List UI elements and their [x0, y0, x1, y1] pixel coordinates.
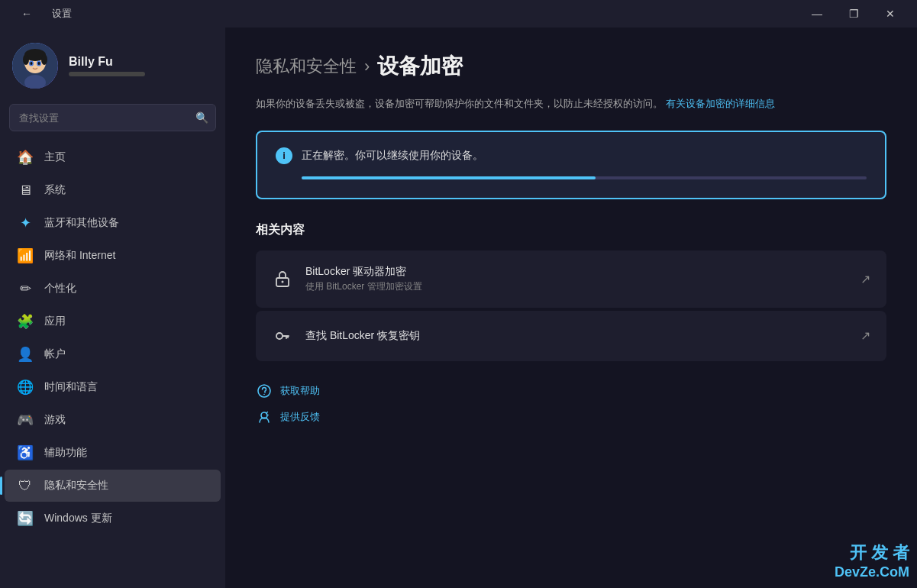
sidebar-item-apps-label: 应用	[44, 315, 66, 328]
page-description: 如果你的设备丢失或被盗，设备加密可帮助保护你的文件和文件夹，以防止未经授权的访问…	[256, 96, 886, 112]
bitlocker-icon	[272, 268, 293, 289]
windows-update-icon: 🔄	[17, 510, 34, 527]
bitlocker-external-icon: ↗	[860, 272, 870, 286]
footer-links: 获取帮助 提供反馈	[256, 383, 886, 425]
search-box: 🔍	[9, 104, 216, 131]
breadcrumb-parent: 隐私和安全性	[256, 55, 357, 78]
app-container: Billy Fu 🔍 🏠 主页 🖥 系统 ✦ 蓝牙和其他设备 📶	[0, 27, 917, 588]
search-icon: 🔍	[195, 111, 208, 124]
svg-point-9	[38, 62, 40, 65]
watermark-line1: 开 发 者	[835, 541, 909, 564]
sidebar-item-windows-update[interactable]: 🔄 Windows 更新	[5, 502, 221, 535]
sidebar-item-accessibility[interactable]: ♿ 辅助功能	[5, 437, 221, 469]
breadcrumb-separator: ›	[364, 57, 370, 76]
sidebar-item-personalization-label: 个性化	[44, 282, 76, 296]
progress-bar-background	[302, 176, 867, 179]
bluetooth-icon: ✦	[17, 215, 34, 231]
titlebar-left: ← 设置	[9, 2, 72, 26]
accessibility-icon: ♿	[17, 444, 34, 461]
sidebar-item-time[interactable]: 🌐 时间和语言	[5, 371, 221, 403]
nav-list: 🏠 主页 🖥 系统 ✦ 蓝牙和其他设备 📶 网络和 Internet ✏ 个性化…	[0, 137, 225, 588]
bitlocker-content: BitLocker 驱动器加密 使用 BitLocker 管理加密设置	[305, 265, 848, 293]
sidebar-item-time-label: 时间和语言	[44, 380, 98, 394]
svg-point-14	[263, 393, 265, 395]
apps-icon: 🧩	[17, 313, 34, 330]
svg-point-11	[282, 281, 284, 283]
svg-point-5	[41, 54, 47, 65]
breadcrumb-current: 设备加密	[377, 52, 463, 81]
progress-bar-fill	[302, 176, 596, 179]
related-item-recovery[interactable]: 查找 BitLocker 恢复密钥 ↗	[256, 311, 886, 361]
minimize-button[interactable]: —	[799, 2, 835, 26]
sidebar-item-home-label: 主页	[44, 150, 66, 164]
maximize-button[interactable]: ❐	[836, 2, 871, 26]
related-section-title: 相关内容	[256, 222, 886, 238]
recovery-title: 查找 BitLocker 恢复密钥	[305, 329, 848, 343]
sidebar-item-network[interactable]: 📶 网络和 Internet	[5, 240, 221, 272]
personalization-icon: ✏	[17, 280, 34, 297]
sidebar-item-accessibility-label: 辅助功能	[44, 446, 87, 460]
help-icon	[256, 383, 273, 399]
bitlocker-title: BitLocker 驱动器加密	[305, 265, 848, 279]
svg-point-4	[23, 54, 29, 65]
svg-point-12	[276, 333, 283, 339]
watermark-line2: DevZe.CoM	[835, 564, 909, 580]
sidebar-item-bluetooth[interactable]: ✦ 蓝牙和其他设备	[5, 207, 221, 239]
user-name: Billy Fu	[69, 55, 145, 69]
sidebar-item-personalization[interactable]: ✏ 个性化	[5, 273, 221, 305]
sidebar-item-network-label: 网络和 Internet	[44, 249, 115, 263]
sidebar-item-bluetooth-label: 蓝牙和其他设备	[44, 216, 119, 230]
titlebar: ← 设置 — ❐ ✕	[0, 0, 917, 27]
info-icon: i	[276, 147, 292, 164]
sidebar-item-windows-update-label: Windows 更新	[44, 512, 112, 525]
sidebar-item-accounts[interactable]: 👤 帐户	[5, 338, 221, 370]
sidebar-item-system[interactable]: 🖥 系统	[5, 174, 221, 206]
user-profile: Billy Fu	[0, 27, 225, 101]
user-info: Billy Fu	[69, 55, 145, 76]
user-bar	[69, 72, 145, 76]
sidebar-item-gaming-label: 游戏	[44, 413, 66, 427]
breadcrumb: 隐私和安全性 › 设备加密	[256, 52, 886, 81]
gaming-icon: 🎮	[17, 412, 34, 428]
status-card: i 正在解密。你可以继续使用你的设备。	[256, 131, 886, 199]
feedback-icon	[256, 409, 273, 425]
network-icon: 📶	[17, 247, 34, 264]
svg-point-8	[31, 62, 33, 65]
time-icon: 🌐	[17, 379, 34, 396]
sidebar-item-accounts-label: 帐户	[44, 347, 66, 361]
recovery-external-icon: ↗	[860, 328, 870, 343]
related-item-bitlocker[interactable]: BitLocker 驱动器加密 使用 BitLocker 管理加密设置 ↗	[256, 250, 886, 308]
sidebar: Billy Fu 🔍 🏠 主页 🖥 系统 ✦ 蓝牙和其他设备 📶	[0, 27, 225, 588]
search-input[interactable]	[9, 104, 216, 131]
status-card-top: i 正在解密。你可以继续使用你的设备。	[276, 147, 867, 164]
sidebar-item-system-label: 系统	[44, 183, 66, 197]
avatar	[12, 43, 58, 89]
titlebar-controls: — ❐ ✕	[799, 2, 908, 26]
svg-point-13	[258, 385, 270, 397]
sidebar-item-privacy[interactable]: 🛡 隐私和安全性	[5, 470, 221, 502]
status-text: 正在解密。你可以继续使用你的设备。	[302, 149, 483, 163]
accounts-icon: 👤	[17, 346, 34, 363]
sidebar-item-apps[interactable]: 🧩 应用	[5, 305, 221, 338]
recovery-content: 查找 BitLocker 恢复密钥	[305, 329, 848, 343]
feedback-link[interactable]: 提供反馈	[256, 409, 886, 425]
get-help-link[interactable]: 获取帮助	[256, 383, 886, 399]
sidebar-item-gaming[interactable]: 🎮 游戏	[5, 404, 221, 436]
watermark: 开 发 者 DevZe.CoM	[835, 541, 909, 580]
recovery-icon	[272, 325, 293, 347]
privacy-icon: 🛡	[17, 477, 34, 494]
bitlocker-subtitle: 使用 BitLocker 管理加密设置	[305, 280, 848, 293]
system-icon: 🖥	[17, 182, 34, 199]
titlebar-title: 设置	[52, 7, 72, 21]
close-button[interactable]: ✕	[873, 2, 908, 26]
home-icon: 🏠	[17, 149, 34, 166]
learn-more-link[interactable]: 有关设备加密的详细信息	[666, 98, 775, 109]
back-button[interactable]: ←	[9, 2, 44, 26]
main-content: 隐私和安全性 › 设备加密 如果你的设备丢失或被盗，设备加密可帮助保护你的文件和…	[225, 27, 917, 588]
sidebar-item-home[interactable]: 🏠 主页	[5, 141, 221, 173]
sidebar-item-privacy-label: 隐私和安全性	[44, 479, 108, 493]
